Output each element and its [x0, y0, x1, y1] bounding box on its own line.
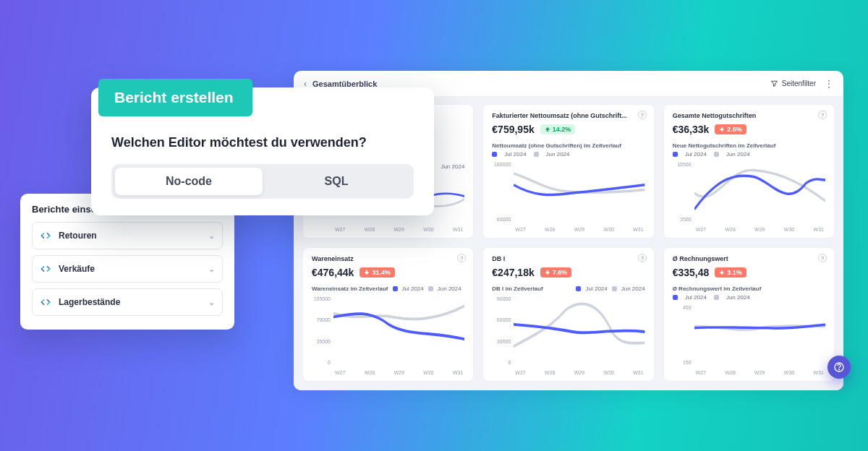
- x-axis: W27W28W29W30W31: [514, 227, 644, 232]
- chevron-down-icon: ⌄: [208, 298, 215, 307]
- help-fab[interactable]: [827, 356, 851, 379]
- chart-subtitle: Wareneinsatz im Zeitverlauf: [312, 285, 388, 292]
- arrow-down-icon: [364, 270, 370, 275]
- chevron-down-icon: ⌄: [208, 231, 215, 241]
- y-axis: 105003500: [673, 160, 694, 232]
- sparkline-chart: [694, 160, 825, 226]
- page-filter-label: Seitenfilter: [782, 80, 816, 87]
- delta-badge: 2.6%: [715, 124, 746, 134]
- x-axis: W27W28W29W30W31: [694, 227, 825, 232]
- legend: Jul 2024 Jun 2024: [673, 151, 825, 158]
- arrow-up-icon: [545, 126, 550, 132]
- more-icon[interactable]: ⋮: [825, 79, 833, 89]
- help-icon[interactable]: ?: [457, 254, 466, 262]
- chevron-down-icon: ⌄: [208, 265, 215, 274]
- report-item-label: Lagerbestände: [59, 297, 120, 307]
- chat-icon: [833, 361, 845, 373]
- kpi-card-gutschriften[interactable]: ? Gesamte Nettogutschriften €36,33k 2.6%…: [663, 104, 835, 239]
- sparkline-chart: [333, 295, 464, 369]
- card-title: Ø Rechnungswert: [673, 255, 825, 262]
- delta-badge: 31.4%: [359, 267, 395, 278]
- create-report-banner: Bericht erstellen: [98, 79, 252, 116]
- help-icon[interactable]: ?: [818, 254, 827, 262]
- card-value: €247,18k: [492, 267, 534, 278]
- sparkline-chart: [514, 295, 644, 369]
- logo-icon: [40, 296, 51, 308]
- report-item-lager[interactable]: Lagerbestände ⌄: [32, 288, 223, 316]
- kpi-card-rechnungswert[interactable]: ? Ø Rechnungswert €335,48 3.1% Ø Rechnun…: [663, 247, 835, 382]
- x-axis: W27W28W29W30W31: [694, 370, 825, 375]
- page-filter-button[interactable]: Seitenfilter: [770, 80, 816, 87]
- logo-icon: [40, 263, 51, 275]
- kpi-card-db1[interactable]: ? DB I €247,18k 7.6% DB I im Zeitverlauf…: [482, 247, 654, 382]
- card-title: DB I: [492, 255, 644, 262]
- delta-badge: 7.6%: [540, 267, 572, 278]
- reports-list: Retouren ⌄ Verkäufe ⌄ Lagerbestände ⌄: [32, 222, 223, 316]
- sparkline-chart: [514, 160, 644, 226]
- delta-badge: 3.1%: [715, 267, 746, 278]
- card-value: €36,33k: [673, 124, 710, 135]
- filter-icon: [770, 80, 778, 87]
- x-axis: W27W28W29W30W31: [333, 370, 464, 375]
- y-axis: 10500070000350000: [312, 295, 333, 375]
- create-report-dialog: Bericht erstellen Welchen Editor möchtes…: [91, 87, 434, 215]
- kpi-card-nettoumsatz[interactable]: ? Fakturierter Nettoumsatz (ohne Gutschr…: [482, 104, 654, 239]
- report-item-retouren[interactable]: Retouren ⌄: [32, 222, 223, 249]
- y-axis: 18000060000: [492, 160, 514, 232]
- report-item-label: Retouren: [59, 231, 97, 241]
- report-item-label: Verkäufe: [59, 264, 95, 274]
- y-axis: 9000060000300000: [492, 295, 514, 375]
- editor-option-sql[interactable]: SQL: [263, 168, 410, 195]
- logo-icon: [40, 230, 51, 241]
- chart-subtitle: Nettoumsatz (ohne Gutschriften) im Zeitv…: [492, 142, 644, 149]
- help-icon[interactable]: ?: [638, 254, 647, 262]
- sparkline-chart: [694, 304, 825, 369]
- legend-label: Jun 2024: [441, 163, 464, 170]
- kpi-card-wareneinsatz[interactable]: ? Wareneinsatz €476,44k 31.4% Wareneinsa…: [302, 247, 474, 382]
- chart-subtitle: Ø Rechnungswert im Zeitverlauf: [673, 285, 825, 292]
- editor-option-nocode[interactable]: No-code: [115, 168, 263, 195]
- card-title: Wareneinsatz: [312, 255, 464, 262]
- x-axis: W27W28W29W30W31: [333, 227, 464, 232]
- chart-subtitle: DB I im Zeitverlauf: [492, 285, 542, 292]
- card-value: €335,48: [673, 267, 710, 278]
- arrow-down-icon: [719, 126, 725, 132]
- legend: Jul 2024 Jun 2024: [492, 151, 644, 158]
- svg-point-1: [839, 369, 840, 370]
- card-title: Gesamte Nettogutschriften: [673, 112, 825, 119]
- help-icon[interactable]: ?: [818, 111, 827, 119]
- delta-badge: 14.2%: [540, 124, 576, 134]
- arrow-down-icon: [545, 270, 550, 275]
- report-item-verkaufe[interactable]: Verkäufe ⌄: [32, 255, 223, 283]
- card-value: €476,44k: [312, 267, 354, 278]
- arrow-down-icon: [719, 270, 725, 275]
- card-value: €759,95k: [492, 124, 534, 135]
- x-axis: W27W28W29W30W31: [514, 370, 644, 375]
- y-axis: 450150: [673, 304, 694, 375]
- legend: Jul 2024 Jun 2024: [673, 294, 825, 301]
- help-icon[interactable]: ?: [638, 111, 647, 119]
- card-title: Fakturierter Nettoumsatz (ohne Gutschrif…: [492, 112, 644, 119]
- page-title: Gesamtüberblick: [312, 80, 377, 88]
- editor-question: Welchen Editor möchtest du verwenden?: [111, 135, 367, 150]
- chart-subtitle: Neue Nettogutschriften im Zeitverlauf: [673, 142, 825, 149]
- editor-toggle: No-code SQL: [111, 164, 414, 199]
